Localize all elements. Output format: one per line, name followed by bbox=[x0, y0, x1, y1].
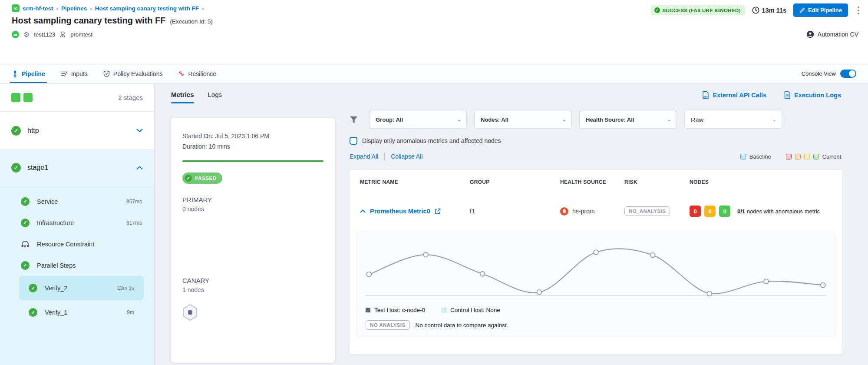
passed-badge: ✓ PASSED bbox=[182, 173, 222, 184]
collapse-chevron-icon[interactable] bbox=[360, 209, 366, 213]
primary-label: PRIMARY bbox=[182, 196, 323, 203]
execution-logs-link[interactable]: Execution Logs bbox=[784, 91, 841, 99]
api-doc-icon: API bbox=[702, 91, 709, 99]
amber-node-count: 0 bbox=[704, 206, 716, 217]
metric-table-row: Prometheus Metric0 f1 hs-prom NO_ANALYSI… bbox=[350, 194, 842, 228]
step-item-verify-2[interactable]: ✓ Verify_2 13m 3s bbox=[19, 276, 144, 300]
shield-check-icon bbox=[103, 70, 110, 77]
baseline-swatch-icon bbox=[740, 154, 746, 159]
connector-name[interactable]: test1123 bbox=[34, 31, 55, 38]
main-tabbar: Pipeline Inputs Policy Evaluations Resil… bbox=[0, 64, 868, 83]
edit-pipeline-button[interactable]: Edit Pipeline bbox=[793, 3, 848, 17]
step-item-service[interactable]: ✓ Service 857ms bbox=[0, 191, 154, 212]
canary-node-count: 1 nodes bbox=[182, 286, 323, 293]
breadcrumb-separator-icon: › bbox=[202, 5, 204, 12]
cv-status-icon: ∞ bbox=[12, 31, 19, 38]
user-icon bbox=[806, 30, 814, 38]
tab-metrics[interactable]: Metrics bbox=[171, 91, 194, 103]
harness-logo-icon: ∞ bbox=[12, 4, 20, 12]
tab-resilience[interactable]: Resilience bbox=[178, 64, 216, 83]
data-type-select[interactable]: Raw⌄ bbox=[684, 111, 782, 129]
step-item-parallel-steps[interactable]: ✓ Parallel Steps bbox=[0, 255, 154, 276]
expand-all-link[interactable]: Expand All bbox=[350, 153, 378, 160]
success-check-icon: ✓ bbox=[21, 219, 30, 227]
risk-color-legend: Baseline Current bbox=[740, 153, 841, 160]
control-host-swatch-icon bbox=[442, 308, 446, 312]
step-item-verify-1[interactable]: ✓ Verify_1 9m bbox=[19, 300, 144, 325]
svg-text:API: API bbox=[703, 96, 708, 98]
pencil-icon bbox=[799, 7, 805, 13]
detail-tabs: Metrics Logs bbox=[171, 91, 343, 103]
verify-summary-card: Started On: Jul 5, 2023 1:06 PM Duration… bbox=[171, 118, 335, 363]
success-check-icon: ✓ bbox=[11, 163, 21, 173]
health-source-name: hs-prom bbox=[572, 208, 594, 215]
chart-footer: NO ANALYSIS No control data to compare a… bbox=[366, 320, 829, 330]
success-check-icon: ✓ bbox=[29, 284, 37, 292]
breadcrumb-pipeline-name[interactable]: Host sampling canary testing with FF bbox=[95, 5, 199, 12]
breadcrumb-separator-icon: › bbox=[56, 5, 59, 12]
breadcrumb-pipelines[interactable]: Pipelines bbox=[61, 5, 87, 12]
chevron-down-icon[interactable] bbox=[136, 129, 143, 133]
inputs-icon bbox=[61, 70, 68, 77]
more-options-menu[interactable] bbox=[855, 5, 862, 16]
success-check-icon: ✓ bbox=[654, 7, 660, 13]
external-link-icon[interactable] bbox=[435, 208, 441, 214]
risk-green-swatch-icon bbox=[813, 154, 819, 159]
collapse-all-link[interactable]: Collapse All bbox=[391, 153, 422, 160]
nodes-filter-select[interactable]: Nodes: All⌄ bbox=[474, 111, 572, 129]
anomalous-only-checkbox[interactable] bbox=[350, 137, 357, 145]
risk-orange-swatch-icon bbox=[795, 154, 801, 159]
stage-item-stage1[interactable]: ✓ stage1 bbox=[0, 150, 154, 186]
col-health-source: HEALTH SOURCE bbox=[560, 179, 624, 185]
health-source-filter-select[interactable]: Health Source: All⌄ bbox=[579, 111, 677, 129]
risk-yellow-swatch-icon bbox=[804, 154, 810, 159]
step-item-resource-constraint[interactable]: Resource Constraint bbox=[0, 233, 154, 255]
anomalous-only-label: Display only anomalous metrics and affec… bbox=[362, 137, 501, 144]
verify-details-panel: Metrics Logs Started On: Jul 5, 2023 1:0… bbox=[155, 84, 343, 365]
clock-icon bbox=[752, 7, 759, 14]
chevron-down-icon: ⌄ bbox=[772, 117, 776, 123]
check-icon: ✓ bbox=[185, 175, 192, 182]
metric-line-chart[interactable] bbox=[363, 243, 829, 301]
step-item-infrastructure[interactable]: ✓ Infrastructure 617ms bbox=[0, 212, 154, 233]
document-icon bbox=[784, 91, 791, 99]
metric-name-link[interactable]: Prometheus Metric0 bbox=[370, 208, 430, 215]
divider bbox=[384, 153, 385, 160]
gear-icon: ⚙ bbox=[23, 30, 30, 39]
anomalous-nodes-summary: 0/1 nodes with anomalous metric bbox=[737, 208, 822, 215]
metric-chart-card: Test Host: c-node-0 Control Host: None N… bbox=[356, 232, 835, 337]
chevron-up-icon[interactable] bbox=[136, 166, 143, 170]
metrics-analysis-panel: API External API Calls Execution Logs Gr… bbox=[343, 84, 868, 365]
breadcrumb-separator-icon: › bbox=[90, 5, 92, 12]
stage-item-http[interactable]: ✓ http bbox=[0, 112, 154, 150]
content-area: 2 stages ✓ http ✓ stage1 ✓ Service 857ms bbox=[0, 84, 868, 365]
success-check-icon: ✓ bbox=[29, 308, 37, 317]
steps-list: ✓ Service 857ms ✓ Infrastructure 617ms R… bbox=[0, 186, 154, 365]
tab-pipeline[interactable]: Pipeline bbox=[12, 64, 45, 83]
duration: Duration: 10 mins bbox=[182, 141, 323, 152]
chevron-down-icon: ⌄ bbox=[562, 117, 566, 123]
group-filter-select[interactable]: Group: All⌄ bbox=[369, 111, 467, 129]
tab-inputs[interactable]: Inputs bbox=[61, 64, 88, 83]
tab-policy-evaluations[interactable]: Policy Evaluations bbox=[103, 64, 163, 83]
stages-sidebar: 2 stages ✓ http ✓ stage1 ✓ Service 857ms bbox=[0, 84, 155, 365]
resource-constraint-icon bbox=[21, 240, 30, 248]
breadcrumb-project[interactable]: srm-hf-test bbox=[23, 5, 53, 12]
service-icon bbox=[59, 31, 66, 38]
stage-square-icon bbox=[23, 93, 33, 102]
prometheus-icon bbox=[560, 207, 568, 216]
header-actions: ✓ SUCCESS (FAILURE IGNORED) 13m 11s Edit… bbox=[651, 3, 862, 17]
success-check-icon: ✓ bbox=[11, 126, 21, 136]
external-api-calls-link[interactable]: API External API Calls bbox=[702, 91, 766, 99]
console-view-toggle[interactable] bbox=[840, 70, 856, 78]
elapsed-time: 13m 11s bbox=[752, 7, 786, 14]
no-analysis-badge: NO ANALYSIS bbox=[366, 320, 410, 330]
col-risk: RISK bbox=[624, 179, 690, 185]
title-row: Host sampling canary testing with FF (Ex… bbox=[12, 16, 213, 26]
tab-logs[interactable]: Logs bbox=[208, 91, 222, 103]
canary-node-hexagon-icon[interactable] bbox=[182, 304, 198, 321]
success-check-icon: ✓ bbox=[21, 261, 30, 270]
service-name[interactable]: promtest bbox=[70, 31, 92, 38]
stage-square-icon bbox=[11, 93, 20, 102]
filter-icon[interactable] bbox=[350, 116, 358, 124]
